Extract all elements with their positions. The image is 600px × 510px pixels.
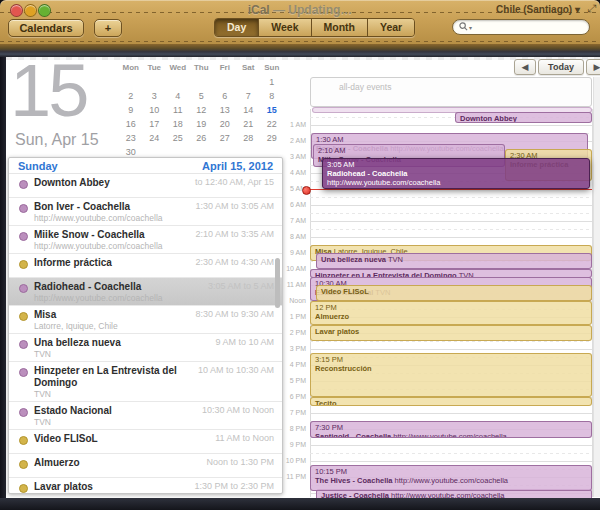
list-item-almuerzo[interactable]: AlmuerzoNoon to 1:30 PM bbox=[9, 454, 282, 478]
mini-calendar-day[interactable]: 27 bbox=[213, 131, 237, 145]
calendar-color-dot bbox=[19, 232, 28, 241]
hour-line bbox=[310, 205, 592, 206]
event-subtitle: http://www.youtube.com/coachella bbox=[327, 178, 585, 187]
add-event-button[interactable]: + bbox=[94, 19, 122, 37]
today-button[interactable]: Today bbox=[538, 59, 584, 75]
mini-calendar-day[interactable]: 14 bbox=[237, 103, 261, 117]
timeline-event-santigold[interactable]: 7:30 PMSantigold - Coachella http://www.… bbox=[310, 421, 592, 438]
hour-label: 2 PM bbox=[268, 329, 306, 336]
stitching bbox=[0, 41, 600, 42]
event-title: Downton Abbey bbox=[34, 177, 110, 189]
tab-year[interactable]: Year bbox=[368, 19, 414, 36]
list-item-hinzpeter[interactable]: Hinzpeter en La Entrevista del DomingoTV… bbox=[9, 362, 282, 402]
tab-day[interactable]: Day bbox=[215, 19, 259, 36]
list-item-una-belleza-nueva[interactable]: Una belleza nuevaTVN9 AM to 10 AM bbox=[9, 334, 282, 362]
calendar-color-dot bbox=[19, 436, 28, 445]
timeline-event-video-flisol[interactable]: Video FLISoL bbox=[316, 285, 592, 301]
mini-calendar-day[interactable]: 7 bbox=[237, 89, 261, 103]
mini-calendar-day[interactable]: 10 bbox=[143, 103, 167, 117]
mini-calendar-day[interactable]: 19 bbox=[190, 117, 214, 131]
event-subtitle: Latorre, Iquique, Chile bbox=[34, 321, 118, 331]
timezone-selector[interactable]: Chile (Santiago) ▾ bbox=[496, 4, 580, 15]
timeline-event-una-belleza-nueva[interactable]: Una belleza nueva TVN bbox=[316, 253, 592, 269]
list-item-estado-nacional[interactable]: Estado NacionalTVN10:30 AM to Noon bbox=[9, 402, 282, 430]
mini-calendar-day[interactable]: 3 bbox=[143, 89, 167, 103]
list-item-downton-abbey[interactable]: Downton Abbeyto 12:40 AM, Apr 15 bbox=[9, 174, 282, 198]
timeline-event-lavar-platos[interactable]: Lavar platos bbox=[310, 325, 592, 341]
event-title: Lavar platos bbox=[34, 481, 93, 493]
event-subtitle: http://www.youtube.com/coachella bbox=[34, 293, 163, 303]
search-field[interactable]: ▾ bbox=[452, 19, 590, 35]
event-start-time: 12 PM bbox=[315, 303, 587, 312]
mini-calendar-day[interactable]: 8 bbox=[260, 89, 284, 103]
mini-calendar-grid: MonTueWedThuFriSatSun1234567891011121314… bbox=[119, 61, 285, 159]
event-title: Bon Iver - Coachella bbox=[34, 201, 163, 213]
hour-label: 7 AM bbox=[268, 217, 306, 224]
timeline-event-reconstruccion[interactable]: 3:15 PMReconstrucción bbox=[310, 353, 592, 397]
mini-calendar-day[interactable]: 6 bbox=[213, 89, 237, 103]
event-title: Video FLISoL bbox=[321, 287, 369, 296]
timeline-scrollbar[interactable] bbox=[593, 77, 600, 497]
prev-day-button[interactable]: ◀ bbox=[514, 59, 536, 75]
event-time: 10:30 AM to Noon bbox=[196, 405, 274, 416]
mini-calendar-day[interactable]: 21 bbox=[237, 117, 261, 131]
timeline-event-the-hives[interactable]: 10:15 PMThe Hives - Coachella http://www… bbox=[310, 465, 592, 491]
weekday-header: Tue bbox=[143, 61, 167, 75]
list-item-bon-iver[interactable]: Bon Iver - Coachellahttp://www.youtube.c… bbox=[9, 198, 282, 226]
list-item-radiohead[interactable]: Radiohead - Coachellahttp://www.youtube.… bbox=[9, 278, 282, 306]
mini-calendar-day[interactable]: 18 bbox=[166, 117, 190, 131]
list-item-misa[interactable]: MisaLatorre, Iquique, Chile8:30 AM to 9:… bbox=[9, 306, 282, 334]
mini-calendar-day[interactable]: 15 bbox=[260, 103, 284, 117]
mini-calendar-day[interactable]: 25 bbox=[166, 131, 190, 145]
calendars-button[interactable]: Calendars bbox=[8, 19, 84, 37]
mini-calendar-day[interactable]: 28 bbox=[237, 131, 261, 145]
event-title: Una belleza nueva bbox=[34, 337, 121, 349]
mini-calendar-day[interactable]: 11 bbox=[166, 103, 190, 117]
list-item-informe-practica[interactable]: Informe práctica2:30 AM to 4:30 AM bbox=[9, 254, 282, 278]
event-time: 9 AM to 10 AM bbox=[209, 337, 274, 348]
mini-calendar-day[interactable]: 2 bbox=[119, 89, 143, 103]
mini-calendar-day[interactable]: 23 bbox=[119, 131, 143, 145]
timeline-event-tecito[interactable]: Tecito bbox=[310, 397, 592, 406]
event-start-time: 3:15 PM bbox=[315, 355, 587, 364]
hour-label: 6 PM bbox=[268, 393, 306, 400]
mini-calendar-day[interactable]: 24 bbox=[143, 131, 167, 145]
hour-label: 5 PM bbox=[268, 377, 306, 384]
timeline-event-radiohead[interactable]: 3:05 AMRadiohead - Coachellahttp://www.y… bbox=[322, 158, 590, 189]
mini-calendar-day[interactable]: 9 bbox=[119, 103, 143, 117]
list-item-lavar-platos[interactable]: Lavar platos1:30 PM to 2:30 PM bbox=[9, 478, 282, 494]
mini-calendar-day[interactable]: 26 bbox=[190, 131, 214, 145]
hour-label: 4 PM bbox=[268, 361, 306, 368]
event-time: 8:30 AM to 9:30 AM bbox=[189, 309, 274, 320]
hour-label: 5 AM bbox=[268, 185, 306, 192]
mini-calendar-day[interactable]: 16 bbox=[119, 117, 143, 131]
mini-calendar-day[interactable]: 20 bbox=[213, 117, 237, 131]
event-subtitle: TVN bbox=[386, 255, 403, 264]
mini-calendar-day[interactable]: 13 bbox=[213, 103, 237, 117]
timeline-event-almuerzo[interactable]: 12 PMAlmuerzo bbox=[310, 301, 592, 325]
next-day-button[interactable]: ▶ bbox=[586, 59, 600, 75]
all-day-events-box[interactable]: all-day events bbox=[310, 77, 592, 107]
tab-week[interactable]: Week bbox=[259, 19, 311, 36]
fullscreen-icon[interactable]: ⤢ bbox=[587, 2, 596, 15]
mini-calendar-day[interactable]: 4 bbox=[166, 89, 190, 103]
mini-calendar-day[interactable]: 1 bbox=[260, 75, 284, 89]
event-title: Radiohead - Coachella bbox=[327, 169, 407, 178]
timeline-event-downton-abbey[interactable]: Downton Abbey bbox=[455, 112, 592, 123]
event-time: 1:30 AM to 3:05 AM bbox=[189, 201, 274, 212]
mini-calendar-day[interactable]: 5 bbox=[190, 89, 214, 103]
mini-calendar-empty bbox=[143, 75, 167, 89]
event-time: Noon to 1:30 PM bbox=[200, 457, 274, 468]
mini-calendar-day[interactable]: 17 bbox=[143, 117, 167, 131]
mini-calendar-empty bbox=[213, 75, 237, 89]
mini-calendar-day[interactable]: 12 bbox=[190, 103, 214, 117]
event-title: Radiohead - Coachella bbox=[34, 281, 163, 293]
event-subtitle: http://www.youtube.com/coachella bbox=[393, 476, 508, 485]
hour-label: 4 AM bbox=[268, 169, 306, 176]
hour-label: 10 AM bbox=[268, 265, 306, 272]
search-input[interactable] bbox=[472, 21, 583, 34]
event-time: 2:30 AM to 4:30 AM bbox=[189, 257, 274, 268]
list-item-miike-snow[interactable]: Miike Snow - Coachellahttp://www.youtube… bbox=[9, 226, 282, 254]
list-item-video-flisol[interactable]: Video FLISoL11 AM to Noon bbox=[9, 430, 282, 454]
tab-month[interactable]: Month bbox=[312, 19, 369, 36]
